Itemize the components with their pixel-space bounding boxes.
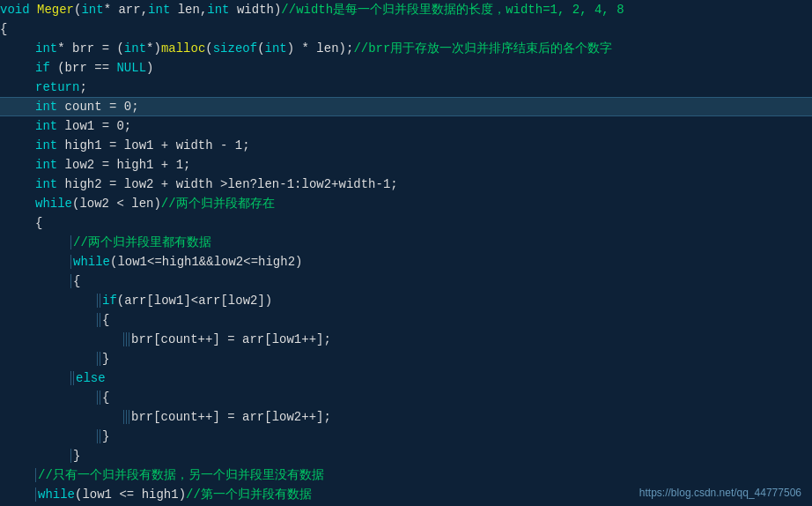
code-line-13: //两个归并段里都有数据 <box>0 233 812 252</box>
code-line-12: { <box>0 213 812 233</box>
code-line-15: { <box>0 272 812 291</box>
code-line-7: int low1 = 0; <box>0 116 812 136</box>
code-line-14: while(low1<=high1&&low2<=high2) <box>0 252 812 272</box>
code-line-11: while(low2 < len)//两个归并段都存在 <box>0 194 812 213</box>
watermark: https://blog.csdn.net/qq_44777506 <box>639 487 801 499</box>
code-line-2: { <box>0 19 812 39</box>
code-line-10: int high2 = low2 + width >len?len-1:low2… <box>0 175 812 194</box>
code-line-4: if (brr == NULL) <box>0 58 812 78</box>
code-line-23: } <box>0 427 812 446</box>
code-line-25: //只有一个归并段有数据，另一个归并段里没有数据 <box>0 465 812 485</box>
code-line-22: brr[count++] = arr[low2++]; <box>0 407 812 427</box>
code-editor: void Meger(int* arr,int len,int width)//… <box>0 0 812 506</box>
code-line-24: } <box>0 446 812 465</box>
code-line-17: { <box>0 310 812 330</box>
code-line-3: int* brr = (int*)malloc(sizeof(int) * le… <box>0 39 812 58</box>
code-line-19: } <box>0 349 812 368</box>
code-line-16: if(arr[low1]<arr[low2]) <box>0 291 812 310</box>
code-line-9: int low2 = high1 + 1; <box>0 155 812 175</box>
code-line-5: return; <box>0 78 812 97</box>
code-line-18: brr[count++] = arr[low1++]; <box>0 330 812 349</box>
code-line-1: void Meger(int* arr,int len,int width)//… <box>0 0 812 19</box>
code-line-6: int count = 0; <box>0 97 812 116</box>
code-line-8: int high1 = low1 + width - 1; <box>0 136 812 155</box>
code-line-21: { <box>0 388 812 407</box>
code-line-20: else <box>0 368 812 388</box>
